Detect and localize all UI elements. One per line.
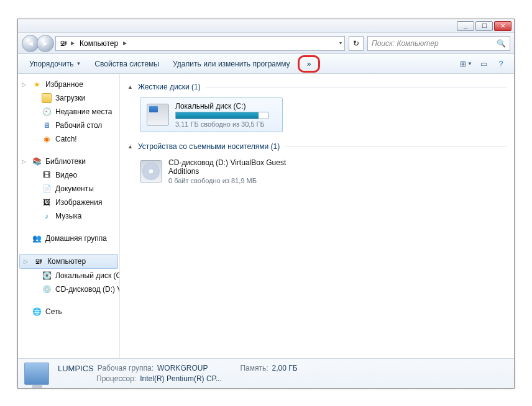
- arrow-left-icon: ◄: [27, 39, 34, 48]
- picture-icon: 🖼: [42, 197, 52, 207]
- computer-icon: 🖳: [58, 38, 68, 48]
- chevron-down-icon: ▼: [76, 61, 81, 66]
- document-icon: 📄: [42, 184, 52, 194]
- computer-large-icon: [24, 363, 49, 385]
- homegroup-group: 👥Домашняя группа: [18, 232, 119, 245]
- details-pane: LUMPICS Рабочая группа: WORKGROUP Память…: [18, 358, 514, 388]
- address-bar[interactable]: 🖳 ▶ Компьютер ▶ ▾: [55, 36, 345, 51]
- item-label: Локальный диск (C: [55, 271, 119, 280]
- cd-icon: 💿: [42, 284, 52, 294]
- sidebar-item-pictures[interactable]: 🖼Изображения: [18, 196, 119, 209]
- drive-name: CD-дисковод (D:) VirtualBox Guest Additi…: [168, 158, 293, 176]
- chevron-right-icon: ▶: [71, 40, 75, 46]
- system-properties-button[interactable]: Свойства системы: [88, 57, 165, 71]
- refresh-button[interactable]: ↻: [349, 36, 364, 51]
- sidebar-item-music[interactable]: ♪Музыка: [18, 209, 119, 223]
- drive-local-c[interactable]: Локальный диск (C:) 3,11 ГБ свободно из …: [140, 97, 283, 132]
- organize-label: Упорядочить: [29, 60, 73, 68]
- memory-label: Память:: [240, 364, 268, 373]
- folder-icon: [42, 93, 52, 103]
- sidebar-item-downloads[interactable]: Загрузки: [18, 91, 119, 105]
- network-header[interactable]: 🌐Сеть: [18, 305, 119, 318]
- sidebar-item-cd-drive[interactable]: 💿CD-дисковод (D:) Vi: [18, 282, 119, 296]
- collapse-icon: ▲: [127, 84, 133, 90]
- sidebar-item-computer[interactable]: ▷🖳Компьютер: [19, 254, 118, 269]
- workgroup-label: Рабочая группа:: [98, 364, 154, 373]
- overflow-highlight: »: [298, 55, 321, 73]
- dropdown-icon[interactable]: ▾: [339, 40, 342, 46]
- organize-button[interactable]: Упорядочить▼: [23, 57, 87, 71]
- item-label: Загрузки: [55, 94, 85, 102]
- item-label: Видео: [55, 171, 77, 179]
- maximize-button[interactable]: ☐: [475, 21, 493, 31]
- item-label: Рабочий стол: [55, 121, 102, 130]
- usage-fill: [176, 112, 259, 119]
- preview-icon: ▭: [480, 60, 487, 68]
- cd-drive-icon: [140, 160, 162, 183]
- network-icon: 🌐: [32, 307, 42, 317]
- chevron-down-icon: ▼: [467, 61, 472, 66]
- drive-free-space: 3,11 ГБ свободно из 30,5 ГБ: [175, 120, 268, 128]
- hdd-section-header[interactable]: ▲ Жесткие диски (1): [127, 79, 507, 95]
- favorites-group: ▷★Избранное Загрузки 🕘Недавние места 🖥Ра…: [18, 78, 119, 146]
- drive-info: CD-дисковод (D:) VirtualBox Guest Additi…: [168, 158, 293, 184]
- grid-icon: ⊞: [460, 60, 466, 68]
- item-label: Catch!: [55, 135, 77, 143]
- help-button[interactable]: ?: [493, 57, 509, 71]
- cpu-label: Процессор:: [96, 374, 136, 383]
- libraries-label: Библиотеки: [45, 157, 86, 166]
- search-input[interactable]: Поиск: Компьютер 🔍: [367, 36, 510, 51]
- preview-pane-button[interactable]: ▭: [475, 57, 492, 71]
- help-icon: ?: [499, 60, 503, 68]
- view-options-button[interactable]: ⊞▼: [458, 57, 474, 71]
- drive-name: Локальный диск (C:): [175, 102, 268, 111]
- sidebar-item-video[interactable]: 🎞Видео: [18, 168, 119, 182]
- minimize-button[interactable]: _: [457, 21, 474, 31]
- network-label: Сеть: [45, 307, 62, 316]
- item-label: Недавние места: [55, 107, 112, 116]
- usage-bar: [175, 112, 268, 119]
- homegroup-header[interactable]: 👥Домашняя группа: [18, 232, 119, 245]
- libraries-header[interactable]: ▷📚Библиотеки: [18, 155, 119, 168]
- workgroup-value: WORKGROUP: [157, 364, 208, 373]
- drive-free-space: 0 байт свободно из 81,9 МБ: [168, 177, 293, 184]
- title-bar: _ ☐ ✕: [18, 19, 514, 33]
- libraries-group: ▷📚Библиотеки 🎞Видео 📄Документы 🖼Изображе…: [18, 155, 119, 223]
- computer-label: Компьютер: [47, 257, 86, 266]
- expand-icon: ▷: [24, 258, 28, 264]
- star-icon: ★: [32, 79, 42, 89]
- content-pane: ▲ Жесткие диски (1) Локальный диск (C:) …: [120, 74, 514, 358]
- uninstall-program-button[interactable]: Удалить или изменить программу: [167, 57, 296, 71]
- navigation-bar: ◄ ► 🖳 ▶ Компьютер ▶ ▾ ↻ Поиск: Компьютер…: [18, 33, 514, 54]
- drive-icon: 💽: [42, 271, 52, 281]
- explorer-window: _ ☐ ✕ ◄ ► 🖳 ▶ Компьютер ▶ ▾ ↻ Поиск: Ком…: [17, 19, 515, 389]
- expand-icon: ▷: [22, 158, 26, 165]
- item-label: Музыка: [55, 212, 81, 220]
- sidebar-item-desktop[interactable]: 🖥Рабочий стол: [18, 119, 119, 132]
- favorites-header[interactable]: ▷★Избранное: [18, 78, 119, 91]
- collapse-icon: ▲: [127, 143, 133, 150]
- sidebar-item-local-disk[interactable]: 💽Локальный диск (C: [18, 269, 119, 282]
- expand-icon: ▷: [22, 81, 26, 88]
- breadcrumb-computer[interactable]: Компьютер: [77, 38, 121, 49]
- removable-section-label: Устройства со съемными носителями (1): [138, 142, 280, 151]
- video-icon: 🎞: [42, 170, 52, 180]
- hdd-section-label: Жесткие диски (1): [138, 83, 201, 91]
- close-button[interactable]: ✕: [494, 21, 511, 31]
- item-label: Изображения: [55, 198, 102, 207]
- search-placeholder: Поиск: Компьютер: [372, 39, 439, 48]
- status-columns: LUMPICS Рабочая группа: WORKGROUP Память…: [58, 364, 298, 383]
- libraries-icon: 📚: [32, 156, 42, 166]
- toolbar-overflow-button[interactable]: »: [305, 58, 314, 70]
- chevron-right-icon: ▶: [123, 40, 127, 46]
- drive-cd-d[interactable]: CD-дисковод (D:) VirtualBox Guest Additi…: [140, 158, 507, 184]
- sidebar-item-recent[interactable]: 🕘Недавние места: [18, 105, 119, 119]
- removable-section-header[interactable]: ▲ Устройства со съемными носителями (1): [127, 138, 507, 155]
- favorites-label: Избранное: [45, 80, 83, 89]
- computer-group: ▷🖳Компьютер 💽Локальный диск (C 💿CD-диско…: [18, 254, 119, 296]
- nav-buttons: ◄ ►: [22, 35, 52, 52]
- sidebar-item-catch[interactable]: ◉Catch!: [18, 132, 119, 146]
- forward-button[interactable]: ►: [37, 35, 54, 52]
- refresh-icon: ↻: [353, 39, 359, 48]
- sidebar-item-documents[interactable]: 📄Документы: [18, 182, 119, 196]
